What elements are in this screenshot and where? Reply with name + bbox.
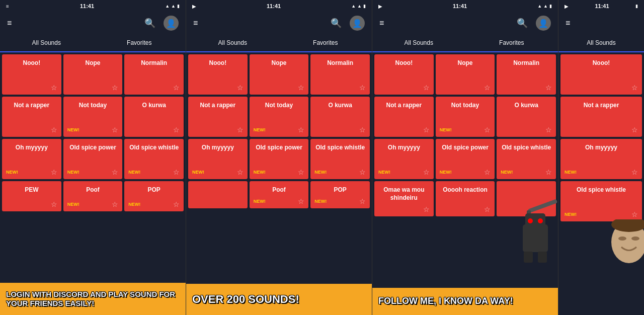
sound-card-nooo-2[interactable]: Nooo! ☆ bbox=[188, 54, 248, 95]
star-icon[interactable]: ☆ bbox=[423, 84, 430, 92]
sound-card-normalin-3[interactable]: Normalin ☆ bbox=[497, 54, 556, 95]
star-icon[interactable]: ☆ bbox=[51, 126, 57, 134]
search-icon-2[interactable]: 🔍 bbox=[331, 18, 342, 29]
sound-card-normalin-2[interactable]: Normalin ☆ bbox=[310, 54, 370, 95]
star-icon[interactable]: ☆ bbox=[51, 84, 57, 92]
sound-card-oldspicewhistle-4[interactable]: Old spice whistle NEW!☆ bbox=[560, 181, 642, 221]
star-icon[interactable]: ☆ bbox=[484, 126, 491, 134]
sound-name: Normalin bbox=[314, 59, 366, 67]
search-icon-3[interactable]: 🔍 bbox=[517, 18, 528, 29]
tab-all-sounds-3[interactable]: All Sounds bbox=[372, 34, 465, 51]
sound-card-pop-2[interactable]: POP NEW!☆ bbox=[310, 181, 370, 208]
star-icon[interactable]: ☆ bbox=[359, 197, 366, 205]
star-icon[interactable]: ☆ bbox=[112, 168, 118, 176]
sound-card-pew-1[interactable]: PEW ☆ bbox=[2, 181, 61, 211]
star-icon[interactable]: ☆ bbox=[173, 84, 180, 92]
sound-card-omae-3[interactable]: Omae wa mou shindeiru ☆ bbox=[374, 181, 434, 216]
sound-card-nope-1[interactable]: Nope ☆ bbox=[63, 54, 123, 95]
sound-card-ooooh-3[interactable]: Ooooh reaction ☆ bbox=[436, 181, 495, 216]
star-icon[interactable]: ☆ bbox=[359, 126, 366, 134]
sound-card-ohmy-2[interactable]: Oh myyyyy NEW!☆ bbox=[188, 139, 248, 179]
hamburger-menu-3[interactable]: ≡ bbox=[379, 19, 384, 28]
star-icon[interactable]: ☆ bbox=[545, 168, 552, 176]
star-icon[interactable]: ☆ bbox=[173, 200, 180, 208]
star-icon[interactable]: ☆ bbox=[631, 210, 638, 218]
sounds-grid-3: Nooo! ☆ Nope ☆ Normalin ☆ Not a rapper ☆… bbox=[372, 52, 558, 315]
star-icon[interactable]: ☆ bbox=[173, 126, 180, 134]
star-icon[interactable]: ☆ bbox=[51, 168, 57, 176]
sound-card-ohmy-1[interactable]: Oh myyyyy NEW!☆ bbox=[2, 139, 61, 179]
star-icon[interactable]: ☆ bbox=[298, 197, 304, 205]
sound-card-pop-1[interactable]: POP NEW!☆ bbox=[124, 181, 184, 211]
sound-card-normalin-1[interactable]: Normalin ☆ bbox=[124, 54, 184, 95]
star-icon[interactable]: ☆ bbox=[298, 84, 304, 92]
star-icon[interactable]: ☆ bbox=[484, 84, 491, 92]
sound-card-nope-2[interactable]: Nope ☆ bbox=[250, 54, 309, 95]
star-icon[interactable]: ☆ bbox=[298, 168, 304, 176]
star-icon[interactable]: ☆ bbox=[423, 205, 430, 213]
sound-card-poof-1[interactable]: Poof NEW!☆ bbox=[63, 181, 123, 211]
star-icon[interactable]: ☆ bbox=[423, 126, 430, 134]
tab-favorites-2[interactable]: Favorites bbox=[279, 34, 372, 51]
star-icon[interactable]: ☆ bbox=[237, 84, 244, 92]
sound-card-nottoday-3[interactable]: Not today NEW!☆ bbox=[436, 97, 495, 137]
avatar-1[interactable]: 👤 bbox=[164, 16, 179, 31]
sound-card-ohmy-3[interactable]: Oh myyyyy NEW!☆ bbox=[374, 139, 434, 179]
sound-card-nope-3[interactable]: Nope ☆ bbox=[436, 54, 495, 95]
sound-card-nooo-3[interactable]: Nooo! ☆ bbox=[374, 54, 434, 95]
star-icon[interactable]: ☆ bbox=[237, 126, 244, 134]
tab-all-sounds-2[interactable]: All Sounds bbox=[186, 34, 279, 51]
avatar-2[interactable]: 👤 bbox=[350, 16, 365, 31]
sound-card-oldspice-3[interactable]: Old spice power NEW!☆ bbox=[436, 139, 495, 179]
sound-card-oldspice-2[interactable]: Old spice power NEW!☆ bbox=[250, 139, 309, 179]
tab-favorites-3[interactable]: Favorites bbox=[465, 34, 558, 51]
star-icon[interactable]: ☆ bbox=[423, 168, 430, 176]
sounds-grid-1: Nooo! ☆ Nope ☆ Normalin ☆ Not a rapper ☆… bbox=[0, 52, 186, 295]
sound-card-notrapper-3[interactable]: Not a rapper ☆ bbox=[374, 97, 434, 137]
search-icon-1[interactable]: 🔍 bbox=[144, 18, 155, 29]
hamburger-menu-1[interactable]: ≡ bbox=[7, 19, 12, 28]
star-icon[interactable]: ☆ bbox=[631, 84, 638, 92]
star-icon[interactable]: ☆ bbox=[359, 168, 366, 176]
star-icon[interactable]: ☆ bbox=[51, 200, 57, 208]
star-icon[interactable]: ☆ bbox=[359, 84, 366, 92]
sound-card-nottoday-1[interactable]: Not today NEW!☆ bbox=[63, 97, 123, 137]
sound-card-oldspicewhistle-3[interactable]: Old spice whistle NEW!☆ bbox=[497, 139, 556, 179]
sound-card-notrapper-4[interactable]: Not a rapper ☆ bbox=[560, 97, 642, 137]
sound-card-notrapper-2[interactable]: Not a rapper ☆ bbox=[188, 97, 248, 137]
star-icon[interactable]: ☆ bbox=[545, 84, 552, 92]
sound-card-okurwa-3[interactable]: O kurwa ☆ bbox=[497, 97, 556, 137]
hamburger-menu-4[interactable]: ≡ bbox=[566, 19, 570, 28]
star-icon[interactable]: ☆ bbox=[112, 84, 118, 92]
star-icon[interactable]: ☆ bbox=[631, 126, 638, 134]
sound-card-notrapper-1[interactable]: Not a rapper ☆ bbox=[2, 97, 61, 137]
sound-card-nooo-4[interactable]: Nooo! ☆ bbox=[560, 54, 642, 95]
app-bar-3: ≡ 🔍 👤 bbox=[372, 12, 558, 34]
star-icon[interactable]: ☆ bbox=[631, 168, 638, 176]
star-icon[interactable]: ☆ bbox=[484, 205, 491, 213]
star-icon[interactable]: ☆ bbox=[484, 168, 491, 176]
hamburger-menu-2[interactable]: ≡ bbox=[193, 19, 198, 28]
tab-all-sounds-1[interactable]: All Sounds bbox=[0, 34, 93, 51]
star-icon[interactable]: ☆ bbox=[298, 126, 304, 134]
tab-all-sounds-4[interactable]: All Sounds bbox=[558, 34, 644, 51]
sound-card-oldspicewhistle-2[interactable]: Old spice whistle NEW!☆ bbox=[310, 139, 370, 179]
star-icon[interactable]: ☆ bbox=[173, 168, 180, 176]
sound-card-nottoday-2[interactable]: Not today NEW!☆ bbox=[250, 97, 309, 137]
sound-card-nooo-1[interactable]: Nooo! ☆ bbox=[2, 54, 61, 95]
star-icon[interactable]: ☆ bbox=[112, 200, 118, 208]
partial-card-2[interactable] bbox=[188, 181, 248, 208]
sound-card-poof-2[interactable]: Poof NEW!☆ bbox=[250, 181, 309, 208]
sound-card-oldspice-1[interactable]: Old spice power NEW!☆ bbox=[63, 139, 123, 179]
star-icon[interactable]: ☆ bbox=[112, 126, 118, 134]
avatar-3[interactable]: 👤 bbox=[536, 16, 551, 31]
star-icon[interactable]: ☆ bbox=[545, 126, 552, 134]
sound-card-oldspicewhistle-1[interactable]: Old spice whistle NEW!☆ bbox=[124, 139, 184, 179]
tab-favorites-1[interactable]: Favorites bbox=[93, 34, 186, 51]
star-icon[interactable]: ☆ bbox=[237, 168, 244, 176]
sound-card-okurwa-1[interactable]: O kurwa ☆ bbox=[124, 97, 184, 137]
status-time-2: 11:41 bbox=[267, 3, 281, 9]
sound-card-ohmy-4[interactable]: Oh myyyyy NEW!☆ bbox=[560, 139, 642, 179]
sound-card-okurwa-2[interactable]: O kurwa ☆ bbox=[310, 97, 370, 137]
battery-icon-3: ▮ bbox=[549, 4, 552, 9]
